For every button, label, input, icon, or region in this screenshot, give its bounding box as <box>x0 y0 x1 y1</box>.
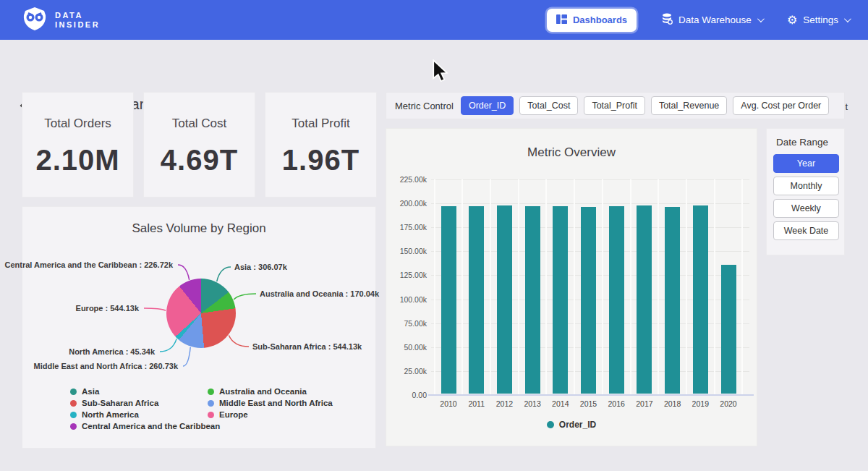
metric-chip-total-cost[interactable]: Total_Cost <box>519 96 578 115</box>
brand-text: DATAINSIDER <box>55 11 100 30</box>
pie-label-europe: Europe : 544.13k <box>76 303 139 313</box>
y-axis-tick: 50.00k <box>389 343 427 352</box>
date-range-title: Date Range <box>776 137 838 148</box>
pie-label-north-america: North America : 45.34k <box>69 347 155 357</box>
kpi-value: 2.10M <box>22 144 133 177</box>
legend-label: Order_ID <box>559 420 596 430</box>
metric-control-label: Metric Control <box>395 101 454 111</box>
pie-chart[interactable] <box>166 279 236 348</box>
x-axis-tick: 2018 <box>659 399 686 408</box>
brand[interactable]: DATAINSIDER <box>22 7 100 34</box>
y-axis-tick: 0.00 <box>389 391 427 399</box>
kpi-label: Total Profit <box>265 116 376 131</box>
pie-legend-north-america[interactable]: North America <box>70 409 208 420</box>
legend-label: Europe <box>219 410 248 419</box>
y-axis-tick: 100.00k <box>389 295 427 304</box>
pie-label-middle-east-and-north-africa: Middle East and North Africa : 260.73k <box>34 361 178 371</box>
dashboards-button[interactable]: Dashboards <box>547 9 637 32</box>
bar-2011 <box>469 206 484 394</box>
metric-chip-avg-cost-per-order[interactable]: Avg. Cost per Order <box>733 96 829 115</box>
bar-2018 <box>665 207 680 394</box>
y-axis-tick: 175.00k <box>389 223 427 232</box>
metric-control-strip: Metric Control Order_IDTotal_CostTotal_P… <box>386 92 845 119</box>
sales-volume-chart: Sales Volume by Region Asia : 306.07kAus… <box>22 206 376 449</box>
x-axis-tick: 2013 <box>519 399 546 408</box>
pie-label-central-america-and-the-caribbean: Central America and the Caribbean : 226.… <box>4 260 173 270</box>
legend-dot <box>70 423 77 430</box>
legend-dot <box>70 412 77 418</box>
metric-overview-chart: Metric Overview 225.00k200.00k175.00k150… <box>386 128 757 446</box>
data-warehouse-label: Data Warehouse <box>678 14 752 25</box>
pie-chart-title: Sales Volume by Region <box>22 221 375 236</box>
date-range-weekly[interactable]: Weekly <box>773 199 839 218</box>
bar-2016 <box>609 206 624 394</box>
legend-label: Australia and Oceania <box>219 387 307 396</box>
bar-2013 <box>525 206 540 394</box>
y-axis-tick: 150.00k <box>389 247 427 255</box>
date-range-monthly[interactable]: Monthly <box>773 177 839 195</box>
x-axis-tick: 2020 <box>715 399 742 408</box>
kpi-card-total-orders: Total Orders 2.10M <box>22 92 134 198</box>
pie-legend-australia-and-oceania[interactable]: Australia and Oceania <box>208 386 333 397</box>
metric-chip-order-id[interactable]: Order_ID <box>461 96 514 115</box>
kpi-card-total-cost: Total Cost 4.69T <box>143 92 255 198</box>
data-warehouse-menu[interactable]: Data Warehouse <box>661 13 762 27</box>
pie-legend-europe[interactable]: Europe <box>208 409 333 420</box>
y-axis-tick: 125.00k <box>389 271 427 279</box>
page-header: Sales Dashboard Add Filter Boost: Off <box>0 40 868 87</box>
gear-icon: ⚙ <box>787 14 797 26</box>
app-root: DATAINSIDER Dashboards <box>0 0 868 471</box>
legend-label: Asia <box>82 387 99 396</box>
bar-2012 <box>497 205 512 394</box>
chevron-down-icon <box>844 15 851 22</box>
y-axis-tick: 200.00k <box>389 199 427 208</box>
x-axis-tick: 2010 <box>435 399 462 408</box>
legend-label: Middle East and North Africa <box>219 399 333 407</box>
pie-legend-asia[interactable]: Asia <box>70 386 208 397</box>
pie-legend-central-america-and-the-caribbean[interactable]: Central America and the Caribbean <box>70 420 208 432</box>
date-range-week-date[interactable]: Week Date <box>773 221 839 240</box>
y-axis-tick: 225.00k <box>389 175 427 184</box>
metric-chip-total-revenue[interactable]: Total_Revenue <box>651 96 727 115</box>
bar-chart-legend[interactable]: Order_ID <box>386 420 757 430</box>
y-axis-tick: 25.00k <box>389 367 427 375</box>
bar-2014 <box>553 206 568 394</box>
x-axis-tick: 2017 <box>631 399 658 408</box>
kpi-label: Total Orders <box>22 116 133 131</box>
metric-chip-group: Order_IDTotal_CostTotal_ProfitTotal_Reve… <box>461 96 829 115</box>
legend-label: North America <box>82 410 139 419</box>
metric-chip-total-profit[interactable]: Total_Profit <box>584 96 645 115</box>
pie-legend-sub-saharan-africa[interactable]: Sub-Saharan Africa <box>70 397 208 409</box>
kpi-card-total-profit: Total Profit 1.96T <box>265 92 377 198</box>
x-axis-tick: 2011 <box>463 399 490 408</box>
bar-2010 <box>441 206 456 394</box>
bar-2019 <box>693 205 708 394</box>
date-range-options: YearMonthlyWeeklyWeek Date <box>773 154 838 240</box>
pie-label-sub-saharan-africa: Sub-Saharan Africa : 544.13k <box>252 341 362 352</box>
pie-legend-middle-east-and-north-africa[interactable]: Middle East and North Africa <box>208 397 333 409</box>
bar-2020 <box>721 265 736 394</box>
pie-label-asia: Asia : 306.07k <box>234 262 287 272</box>
pie-legend: AsiaAustralia and OceaniaSub-Saharan Afr… <box>70 386 333 432</box>
settings-menu[interactable]: ⚙ Settings <box>787 14 849 26</box>
settings-label: Settings <box>803 14 838 25</box>
x-axis-tick: 2014 <box>547 399 574 408</box>
x-axis-tick: 2012 <box>490 399 518 408</box>
top-navbar: DATAINSIDER Dashboards <box>0 0 868 40</box>
y-axis-tick: 75.00k <box>389 319 427 328</box>
x-axis-tick: 2016 <box>603 399 630 408</box>
dashboards-label: Dashboards <box>573 14 627 25</box>
legend-dot <box>70 400 77 407</box>
kpi-value: 4.69T <box>144 144 255 177</box>
x-axis-tick: 2015 <box>575 399 603 408</box>
dashboards-grid-icon <box>556 14 567 27</box>
x-axis-tick: 2019 <box>686 399 714 408</box>
date-range-year[interactable]: Year <box>773 154 839 173</box>
bar-2015 <box>581 207 596 394</box>
kpi-value: 1.96T <box>265 144 376 177</box>
owl-logo-icon <box>22 7 48 34</box>
legend-dot <box>208 412 214 418</box>
chevron-down-icon <box>757 15 765 22</box>
legend-label: Sub-Saharan Africa <box>82 399 158 407</box>
database-icon <box>661 13 673 27</box>
